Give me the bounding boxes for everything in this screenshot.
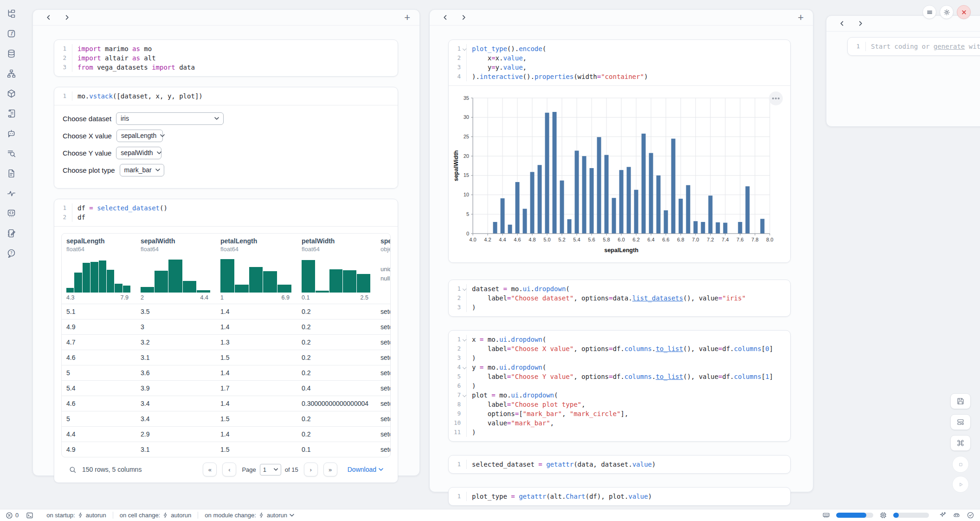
close-icon[interactable] <box>957 5 971 19</box>
table-cell: 1.3 <box>216 339 297 346</box>
page-select[interactable]: 1 <box>260 464 281 475</box>
x-value-select[interactable]: sepalLength <box>116 130 163 142</box>
y-value-select[interactable]: sepalWidth <box>116 147 161 159</box>
column-header[interactable]: petalWidthfloat640.12.5 <box>297 234 376 304</box>
stop-icon[interactable] <box>952 456 969 473</box>
fold-chevron-icon[interactable] <box>463 365 466 369</box>
fold-chevron-icon[interactable] <box>463 47 466 51</box>
dependencies-icon[interactable] <box>5 67 17 79</box>
prev-page-button[interactable]: ‹ <box>222 462 236 476</box>
column-forward-icon[interactable] <box>854 18 866 30</box>
code-line: 1mo.vstack([dataset, x, y, plot]) <box>54 91 398 101</box>
code-editor[interactable]: 1import marimo as mo2import altair as al… <box>54 40 398 76</box>
code-line: 4).interactive().properties(width="conta… <box>449 72 790 81</box>
generate-link[interactable]: generate <box>934 43 965 50</box>
save-icon[interactable] <box>950 393 971 409</box>
code-editor[interactable]: 1plot_type = getattr(alt.Chart(df), plot… <box>449 488 790 505</box>
code-line: 1x = mo.ui.dropdown( <box>449 335 790 344</box>
column-header[interactable]: sepalLengthfloat644.37.9 <box>62 234 136 304</box>
table-cell: 3.2 <box>136 339 216 346</box>
column-forward-icon[interactable] <box>61 12 73 24</box>
svg-text:5.4: 5.4 <box>573 237 580 242</box>
line-number: 1 <box>54 203 72 213</box>
column-header[interactable]: speciobjecuniqunulls: <box>376 234 390 304</box>
search-logs-icon[interactable] <box>5 147 17 159</box>
column-back-icon[interactable] <box>42 12 54 24</box>
column-header[interactable]: sepalWidthfloat6424.4 <box>136 234 216 304</box>
table-cell: setos <box>376 369 390 377</box>
code-editor[interactable]: 1df = selected_dataset()2df <box>54 199 398 226</box>
cpu-icon <box>879 511 887 519</box>
code-cell-plot-type: 1plot_type = getattr(alt.Chart(df), plot… <box>448 487 791 506</box>
terminal-icon[interactable] <box>26 512 33 519</box>
first-page-button[interactable]: « <box>203 462 217 476</box>
column-forward-icon[interactable] <box>458 12 470 24</box>
layout-icon[interactable] <box>950 414 971 430</box>
code-line: 8 label="Choose plot type", <box>449 400 790 409</box>
code-editor[interactable]: 1selected_dataset = getattr(data, datase… <box>449 456 790 473</box>
selected-value: iris <box>121 115 129 122</box>
snippets-icon[interactable] <box>5 207 17 219</box>
fold-chevron-icon[interactable] <box>463 287 466 291</box>
on-module-change-mode[interactable]: on module change:autorun <box>205 512 294 519</box>
page-count-label: of 15 <box>285 466 298 473</box>
code-editor[interactable]: 1plot_type().encode(2 x=x.value,3 y=y.va… <box>449 40 790 85</box>
table-cell: 0.2 <box>297 354 376 361</box>
ai-chat-icon[interactable] <box>5 127 17 139</box>
menu-icon[interactable] <box>922 5 936 19</box>
svg-text:4.8: 4.8 <box>529 237 535 242</box>
code-editor[interactable]: 1mo.vstack([dataset, x, y, plot]) <box>54 87 398 105</box>
svg-text:6.8: 6.8 <box>677 237 684 242</box>
table-cell: 0.2 <box>297 339 376 346</box>
tracing-icon[interactable] <box>5 187 17 199</box>
plot-type-select[interactable]: mark_bar <box>120 164 164 176</box>
datasources-icon[interactable] <box>5 47 17 59</box>
on-startup-mode[interactable]: on startup:autorun <box>46 512 106 519</box>
column-header: + <box>430 10 813 26</box>
code-line: 1df = selected_dataset() <box>54 203 398 213</box>
table-cell: setos <box>376 430 390 438</box>
vstack-output: Choose datasetirisChoose X valuesepalLen… <box>54 105 398 188</box>
on-cell-change-mode[interactable]: on cell change:autorun <box>120 512 192 519</box>
gear-icon[interactable] <box>940 5 954 19</box>
column-back-icon[interactable] <box>836 18 848 30</box>
add-cell-button[interactable]: + <box>798 13 804 23</box>
code-line: 3) <box>449 353 790 363</box>
table-cell: 3.5 <box>136 308 216 315</box>
dataset-select[interactable]: iris <box>116 112 224 125</box>
command-palette-icon[interactable] <box>950 435 971 451</box>
help-icon[interactable]: ? <box>5 247 17 259</box>
documentation-icon[interactable] <box>5 167 17 179</box>
column-header[interactable]: petalLengthfloat6416.9 <box>216 234 297 304</box>
scratchpad-icon[interactable] <box>5 227 17 239</box>
table-cell: 4.4 <box>62 430 136 438</box>
connection-status-icon[interactable] <box>967 511 974 519</box>
code-cell-dataframe: 1df = selected_dataset()2df sepalLengthf… <box>54 199 398 483</box>
file-explorer-icon[interactable] <box>5 7 17 20</box>
svg-text:4.6: 4.6 <box>514 237 521 242</box>
code-editor[interactable]: 1 Start coding or generate with <box>848 38 980 55</box>
table-search-icon[interactable] <box>69 466 77 474</box>
packages-icon[interactable] <box>5 87 17 99</box>
error-indicator[interactable]: 0 <box>6 512 19 519</box>
svg-text:4.2: 4.2 <box>484 237 491 242</box>
functions-icon[interactable]: f <box>5 27 17 39</box>
fold-chevron-icon[interactable] <box>463 393 466 397</box>
download-button[interactable]: Download <box>348 466 383 473</box>
table-row: 53.61.40.2setos <box>62 365 390 380</box>
code-line: 1selected_dataset = getattr(data, datase… <box>449 460 790 469</box>
add-cell-button[interactable]: + <box>404 13 410 23</box>
next-page-button[interactable]: › <box>304 462 318 476</box>
logs-icon[interactable] <box>5 107 17 119</box>
dropdown-label: Choose dataset <box>63 115 111 123</box>
code-editor[interactable]: 1x = mo.ui.dropdown(2 label="Choose X va… <box>449 331 790 441</box>
column-back-icon[interactable] <box>439 12 451 24</box>
line-number: 2 <box>449 344 466 353</box>
last-page-button[interactable]: » <box>323 462 337 476</box>
chart-menu-icon[interactable] <box>769 91 783 105</box>
code-editor[interactable]: 1dataset = mo.ui.dropdown(2 label="Choos… <box>449 280 790 316</box>
run-all-icon[interactable] <box>952 476 969 493</box>
sparkles-icon[interactable] <box>939 511 947 519</box>
copilot-icon[interactable] <box>953 511 961 519</box>
fold-chevron-icon[interactable] <box>463 338 466 341</box>
